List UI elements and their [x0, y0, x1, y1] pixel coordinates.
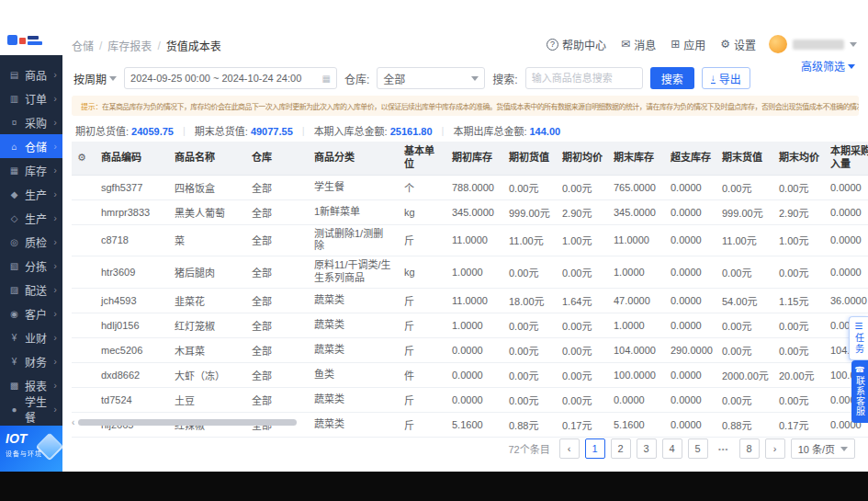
sidebar-item[interactable]: ◇生产› [0, 206, 62, 230]
sidebar-item[interactable]: ▧分拣› [0, 254, 62, 278]
cell: 黑美人葡萄 [169, 199, 246, 224]
scroll-left-icon[interactable]: ‹ [72, 419, 74, 426]
menu-icon: ◎ [8, 237, 20, 247]
cell: 0.00元 [716, 313, 773, 337]
sidebar-item[interactable]: ◎质检› [0, 230, 62, 254]
sidebar-item[interactable]: ▨配送› [0, 278, 62, 302]
header-action-apps[interactable]: ⊞应用 [671, 37, 705, 52]
prev-page-button[interactable]: ‹ [559, 438, 580, 459]
header-actions: ?帮助中心✉消息⊞应用⚙设置 [547, 37, 756, 52]
cell: 0.00元 [557, 362, 608, 387]
table-row: htr3609猪后腿肉全部原料11/干调类/生生系列商品kg1.00000.00… [72, 256, 868, 289]
menu-icon: ◆ [8, 189, 20, 199]
chevron-down-icon [471, 76, 479, 85]
header-action-settings[interactable]: ⚙设置 [720, 37, 756, 52]
cell: td7524 [96, 387, 169, 412]
page-button[interactable]: 4 [662, 438, 682, 459]
row-gutter [72, 256, 96, 289]
sidebar-item-label: 配送 [25, 282, 47, 298]
cell: 个 [399, 175, 446, 199]
scrollbar-track[interactable] [78, 419, 859, 426]
sidebar-item[interactable]: ◉客户› [0, 302, 62, 325]
sidebar-item-label: 学生餐 [25, 393, 49, 425]
cell: 345.0000 [446, 199, 503, 224]
sidebar-item[interactable]: ▦库存› [0, 158, 62, 182]
cell: 0.0000 [446, 362, 503, 387]
chevron-down-icon [109, 76, 117, 85]
page-button[interactable]: 3 [637, 438, 657, 459]
task-panel-toggle[interactable]: ☰ 任务 [849, 316, 868, 360]
cell: 18.00元 [503, 288, 557, 313]
page-button[interactable]: 5 [688, 438, 708, 459]
cell: 蔬菜类 [309, 387, 399, 412]
notice-text: 在某商品库存为负的情况下，库存均价会在此商品下一次入库时更新为此次入库的入库单价… [102, 101, 859, 111]
summary-item: 本期出库总金额:144.00 [453, 123, 560, 138]
sidebar-item[interactable]: ¥业财› [0, 325, 62, 349]
sidebar-item[interactable]: ▥订单› [0, 86, 62, 110]
breadcrumb-item[interactable]: 库存报表 [107, 38, 152, 53]
date-range-input[interactable]: 2024-09-25 00:00 ~ 2024-10-24 24:00 ▦ [124, 67, 337, 89]
warehouse-select[interactable]: 全部 [377, 67, 485, 89]
breadcrumb-item: 货值成本表 [166, 38, 221, 53]
summary-value: 25161.80 [390, 126, 433, 137]
user-menu[interactable] [769, 35, 857, 53]
cell: sgfh5377 [96, 175, 169, 199]
summary-value: 144.00 [530, 126, 561, 137]
chevron-right-icon: › [53, 260, 57, 271]
row-gutter [72, 362, 96, 387]
sidebar-item[interactable]: ¤采购› [0, 110, 62, 134]
summary-bar: 期初总货值:24059.75|期末总货值:49077.55|本期入库总金额:25… [75, 123, 560, 138]
menu-icon: ▤ [8, 70, 20, 80]
sidebar-item[interactable]: ▤商品› [0, 63, 62, 86]
contact-support-button[interactable]: ☎ 联系客服 [851, 360, 868, 423]
row-gutter [72, 175, 96, 199]
column-settings-icon[interactable]: ⚙ [72, 142, 96, 175]
sidebar-item[interactable]: ¥财务› [0, 349, 62, 373]
cell: 全部 [246, 256, 309, 289]
cell: 0.00元 [773, 387, 825, 412]
chevron-right-icon: › [53, 236, 57, 247]
advanced-filter-toggle[interactable]: 高级筛选 [801, 58, 855, 74]
search-input[interactable] [525, 67, 643, 89]
page-size-select[interactable]: 10 条/页 [791, 438, 855, 459]
cell: 蔬菜类 [309, 288, 399, 313]
page-button[interactable]: 2 [611, 438, 631, 459]
cell: 全部 [246, 224, 309, 256]
sidebar-item[interactable]: ◆生产› [0, 182, 62, 206]
cell: 0.0000 [825, 199, 868, 224]
page-button[interactable]: 8 [739, 438, 760, 459]
cell: 全部 [246, 199, 309, 224]
breadcrumb-item[interactable]: 仓储 [72, 38, 94, 53]
cell: 0.0000 [665, 256, 716, 289]
cell: hmrpr3833 [96, 199, 169, 224]
cell: 54.00元 [716, 288, 773, 313]
sidebar-item-label: 订单 [25, 91, 47, 107]
export-button[interactable]: ↓ 导出 [702, 67, 750, 89]
search-button[interactable]: 搜索 [650, 67, 694, 89]
cell: 0.0000 [665, 199, 716, 224]
cell: 0.00元 [503, 256, 557, 289]
cell: 345.0000 [608, 199, 665, 224]
next-page-button[interactable]: › [765, 438, 785, 459]
cell: 0.0000 [825, 224, 868, 256]
chevron-right-icon: › [53, 93, 57, 104]
advanced-filter-label: 高级筛选 [801, 58, 845, 74]
page-button[interactable]: 1 [585, 438, 605, 459]
column-header: 商品名称 [169, 142, 246, 175]
menu-icon: ▥ [8, 94, 20, 104]
sidebar-item[interactable]: ●学生餐› [0, 397, 62, 421]
header-action-help[interactable]: ?帮助中心 [547, 37, 606, 52]
row-gutter [72, 199, 96, 224]
chevron-right-icon: › [53, 332, 57, 343]
sidebar-item-label: 分拣 [25, 258, 47, 274]
cell: 0.0000 [665, 224, 716, 256]
summary-divider: | [442, 125, 445, 136]
cell: 0.00元 [557, 256, 608, 289]
cell: 木耳菜 [169, 337, 246, 362]
scrollbar-thumb[interactable] [78, 419, 297, 426]
sidebar-item[interactable]: ⌂仓储› [0, 134, 62, 158]
column-header: 基本单位 [399, 142, 446, 175]
period-select[interactable]: 按周期 [73, 71, 117, 86]
column-header: 本期采购入量 [825, 142, 868, 175]
header-action-message[interactable]: ✉消息 [621, 37, 656, 52]
